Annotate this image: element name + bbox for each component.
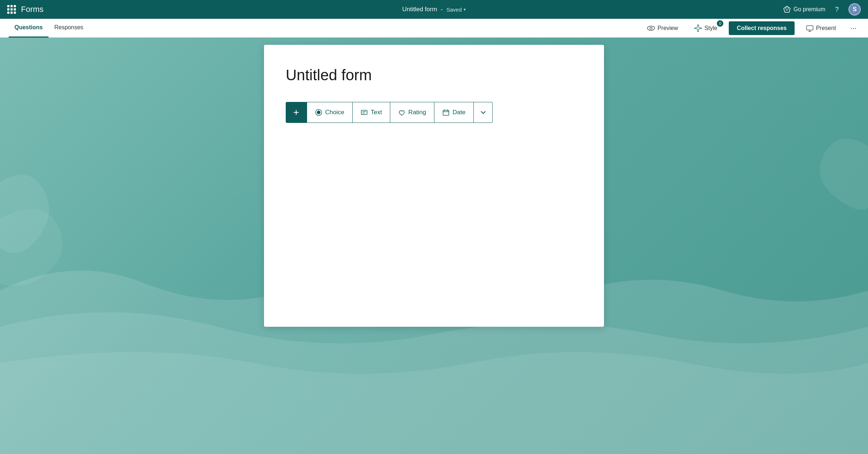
preview-icon — [647, 24, 655, 32]
top-bar-right: Go premium ? S — [434, 3, 861, 16]
preview-button[interactable]: Preview — [643, 22, 682, 34]
help-icon[interactable]: ? — [832, 4, 842, 14]
svg-point-3 — [650, 27, 652, 29]
text-type-button[interactable]: Text — [353, 102, 390, 123]
saved-chevron-icon: ▾ — [464, 7, 466, 12]
svg-point-4 — [697, 27, 699, 30]
nav-tabs: Questions Responses — [9, 19, 643, 38]
question-toolbar: + Choice Text Rati — [286, 102, 582, 123]
date-label: Date — [452, 109, 465, 116]
form-name[interactable]: Untitled form — [286, 67, 582, 84]
app-title: Forms — [21, 5, 43, 14]
more-options-button[interactable]: ··· — [847, 22, 859, 34]
collect-responses-button[interactable]: Collect responses — [729, 21, 795, 35]
style-badge: 0 — [717, 20, 723, 27]
svg-point-7 — [697, 30, 699, 32]
svg-point-8 — [694, 27, 696, 29]
rating-icon — [398, 109, 405, 116]
date-icon — [442, 109, 450, 116]
premium-button[interactable]: Go premium — [783, 5, 825, 13]
text-icon — [361, 109, 368, 116]
tab-questions[interactable]: Questions — [9, 19, 48, 38]
choice-type-button[interactable]: Choice — [307, 102, 353, 123]
svg-point-2 — [647, 26, 655, 30]
top-bar: Forms Untitled form - Saved ▾ Go premium… — [0, 0, 868, 19]
svg-rect-14 — [361, 110, 367, 115]
secondary-nav: Questions Responses Preview Style 0 — [0, 19, 868, 38]
present-icon — [806, 25, 813, 32]
tab-responses[interactable]: Responses — [48, 19, 89, 38]
expand-types-button[interactable] — [474, 102, 493, 123]
top-bar-center: Untitled form - Saved ▾ — [402, 6, 466, 13]
rating-label: Rating — [408, 109, 426, 116]
form-title-nav: Untitled form — [402, 6, 437, 13]
present-button[interactable]: Present — [802, 22, 840, 34]
diamond-icon — [783, 5, 791, 13]
style-icon — [694, 24, 702, 32]
choice-icon — [315, 109, 322, 116]
svg-rect-17 — [443, 110, 449, 115]
text-label: Text — [371, 109, 382, 116]
svg-rect-9 — [807, 26, 813, 30]
form-card: Untitled form + Choice Text — [264, 45, 604, 327]
user-avatar[interactable]: S — [848, 3, 861, 16]
main-content: Untitled form + Choice Text — [0, 38, 868, 454]
svg-point-6 — [700, 27, 702, 29]
top-bar-left: Forms — [7, 5, 434, 14]
chevron-down-icon — [480, 109, 486, 116]
saved-status[interactable]: Saved ▾ — [446, 7, 466, 13]
style-btn-wrap: Style 0 — [690, 22, 722, 34]
nav-right: Preview Style 0 Collect responses — [643, 21, 859, 35]
separator: - — [441, 6, 443, 13]
rating-type-button[interactable]: Rating — [390, 102, 434, 123]
apps-icon[interactable] — [7, 5, 16, 14]
premium-label: Go premium — [793, 6, 825, 13]
add-question-button[interactable]: + — [286, 102, 307, 123]
svg-point-13 — [317, 111, 320, 114]
choice-label: Choice — [325, 109, 344, 116]
date-type-button[interactable]: Date — [434, 102, 474, 123]
svg-point-5 — [697, 25, 699, 26]
